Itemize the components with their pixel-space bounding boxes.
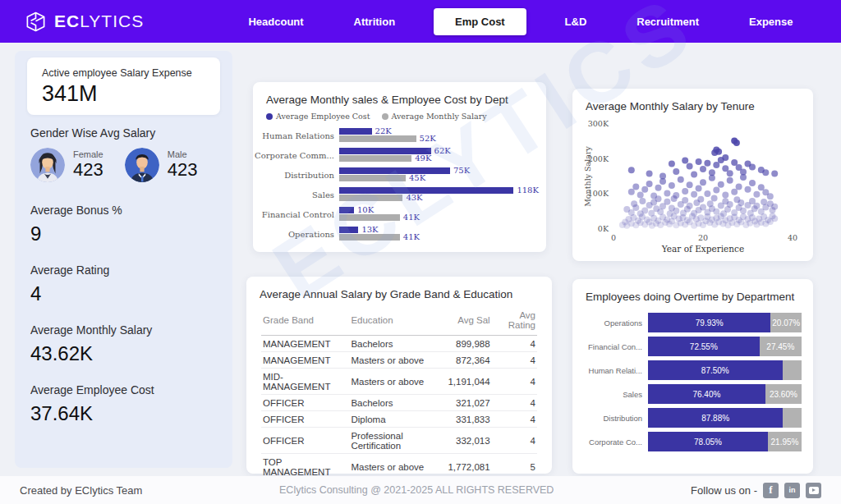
scatter-point[interactable] [632, 204, 639, 211]
average-monthly-salary-bar[interactable]: 52K [339, 135, 416, 142]
scatter-point[interactable] [687, 181, 693, 188]
scatter-point[interactable] [731, 189, 738, 195]
scatter-point[interactable] [700, 179, 706, 186]
scatter-point[interactable] [669, 182, 675, 189]
scatter-point[interactable] [736, 183, 742, 190]
scatter-point[interactable] [731, 159, 738, 166]
scatter-point[interactable] [659, 173, 666, 180]
average-monthly-salary-bar[interactable]: 41K [339, 234, 400, 241]
scatter-point[interactable] [713, 187, 719, 194]
scatter-point[interactable] [749, 180, 756, 186]
linkedin-icon[interactable]: in [784, 483, 800, 498]
scatter-point[interactable] [722, 192, 728, 199]
scatter-point[interactable] [682, 157, 688, 163]
tab-attrition[interactable]: Attrition [342, 9, 407, 34]
overtime-yes-segment[interactable]: 76.40% [648, 384, 765, 404]
scatter-point[interactable] [738, 199, 744, 206]
column-header-education[interactable]: Education [349, 307, 446, 336]
overtime-yes-segment[interactable]: 87.50% [648, 360, 783, 380]
scatter-point[interactable] [715, 149, 722, 155]
scatter-point[interactable] [628, 167, 635, 173]
scatter-point[interactable] [762, 169, 769, 176]
youtube-icon[interactable] [806, 483, 821, 498]
scatter-point[interactable] [771, 215, 778, 222]
overtime-yes-segment[interactable]: 78.05% [648, 432, 768, 451]
scatter-point[interactable] [704, 190, 710, 197]
scatter-point[interactable] [722, 165, 728, 172]
scatter-point[interactable] [673, 208, 679, 214]
overtime-no-segment[interactable] [783, 360, 802, 380]
tab-expense[interactable]: Expense [738, 9, 804, 34]
scatter-point[interactable] [749, 164, 756, 171]
overtime-no-segment[interactable]: 23.60% [765, 384, 802, 404]
scatter-point[interactable] [753, 191, 760, 198]
table-row[interactable]: MID-MANAGEMENTMasters or above1,191,0444 [261, 369, 537, 395]
scatter-point[interactable] [650, 193, 657, 199]
scatter-point[interactable] [632, 183, 639, 190]
scatter-point[interactable] [700, 204, 706, 211]
tab-l-d[interactable]: L&D [554, 9, 599, 34]
scatter-point[interactable] [771, 204, 778, 210]
scatter-point[interactable] [639, 198, 646, 204]
column-header-grade-band[interactable]: Grade Band [261, 307, 349, 336]
scatter-point[interactable] [682, 197, 688, 204]
average-monthly-salary-bar[interactable]: 41K [339, 214, 400, 221]
overtime-no-segment[interactable]: 20.07% [770, 313, 802, 332]
scatter-point[interactable] [704, 160, 710, 167]
scatter-point[interactable] [678, 176, 684, 183]
column-header-avg-rating[interactable]: Avg Rating [492, 307, 537, 336]
scatter-point[interactable] [711, 195, 718, 202]
scatter-point[interactable] [713, 208, 719, 215]
scatter-point[interactable] [682, 188, 688, 195]
scatter-point[interactable] [641, 186, 648, 193]
scatter-point[interactable] [749, 198, 756, 204]
scatter-point[interactable] [628, 189, 635, 195]
scatter-point[interactable] [687, 163, 693, 170]
table-row[interactable]: MANAGEMENTMasters or above872,3644 [261, 352, 537, 369]
scatter-point[interactable] [669, 161, 675, 167]
scatter-point[interactable] [628, 209, 635, 216]
scatter-point[interactable] [700, 166, 706, 172]
scatter-point[interactable] [733, 140, 740, 146]
average-employee-cost-bar[interactable]: 13K [339, 227, 358, 233]
scatter-point[interactable] [727, 170, 733, 176]
average-monthly-salary-bar[interactable]: 43K [339, 195, 402, 201]
average-employee-cost-bar[interactable]: 75K [339, 167, 450, 174]
scatter-point[interactable] [740, 208, 747, 214]
scatter-point[interactable] [691, 191, 697, 198]
scatter-point[interactable] [664, 190, 670, 197]
tab-emp-cost[interactable]: Emp Cost [434, 8, 526, 35]
tab-recruitment[interactable]: Recruitment [625, 9, 710, 34]
scatter-point[interactable] [713, 162, 719, 168]
scatter-point[interactable] [731, 209, 738, 216]
scatter-point[interactable] [753, 203, 760, 209]
tab-headcount[interactable]: Headcount [237, 9, 315, 34]
scatter-point[interactable] [771, 171, 778, 177]
column-header-avg-sal[interactable]: Avg Sal [446, 307, 491, 336]
scatter-point[interactable] [648, 210, 655, 217]
average-employee-cost-bar[interactable]: 22K [339, 128, 372, 135]
scatter-point[interactable] [673, 192, 679, 199]
overtime-yes-segment[interactable]: 87.88% [648, 408, 783, 428]
average-monthly-salary-bar[interactable]: 49K [339, 155, 411, 162]
scatter-point[interactable] [696, 186, 702, 192]
scatter-point[interactable] [722, 154, 728, 161]
scatter-point[interactable] [646, 171, 653, 177]
average-employee-cost-bar[interactable]: 10K [339, 207, 354, 213]
scatter-point[interactable] [767, 193, 774, 199]
scatter-point[interactable] [745, 186, 751, 193]
scatter-point[interactable] [727, 201, 733, 208]
table-row[interactable]: OFFICERProfessional Certification332,013… [261, 428, 537, 454]
facebook-icon[interactable]: f [763, 483, 779, 498]
table-row[interactable]: MANAGEMENTBachelors899,9884 [261, 336, 537, 352]
scatter-point[interactable] [655, 185, 662, 191]
table-row[interactable]: OFFICERDiploma331,8334 [261, 411, 537, 428]
scatter-point[interactable] [667, 210, 673, 217]
legend-monthly-salary[interactable]: Average Monthly Salary [382, 112, 487, 121]
scatter-point[interactable] [758, 184, 765, 190]
overtime-no-segment[interactable]: 21.95% [768, 432, 802, 451]
overtime-no-segment[interactable]: 27.45% [760, 337, 802, 356]
scatter-point[interactable] [646, 181, 653, 187]
scatter-point[interactable] [740, 169, 747, 176]
scatter-point[interactable] [687, 203, 693, 209]
